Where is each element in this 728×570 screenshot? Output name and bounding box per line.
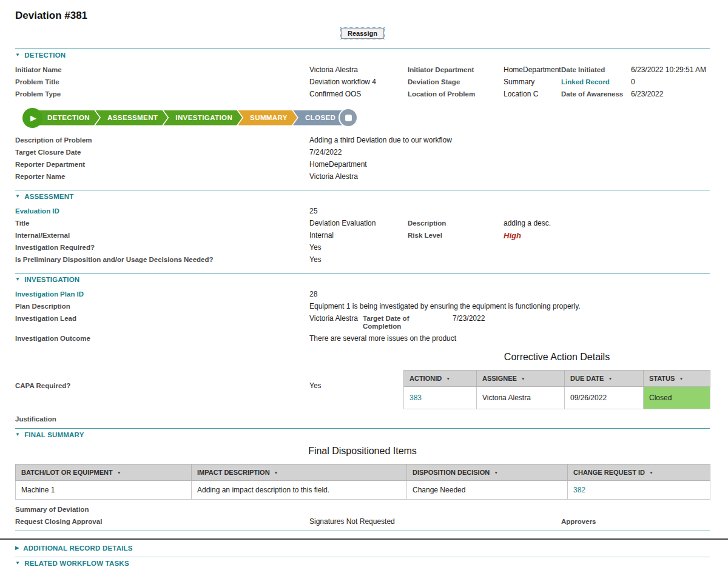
page-title: Deviation #381 xyxy=(15,10,710,22)
capa-required-value: Yes xyxy=(309,382,403,390)
investigation-plan-id-link[interactable]: Investigation Plan ID xyxy=(15,290,309,298)
corrective-action-title: Corrective Action Details xyxy=(403,352,710,363)
workflow-start-icon: ▶ xyxy=(22,108,42,128)
workflow-stop-icon xyxy=(339,108,358,127)
plan-description-label: Plan Description xyxy=(15,303,309,310)
column-header-change-request-id[interactable]: CHANGE REQUEST ID▼ xyxy=(568,464,710,481)
target-closure-date-label: Target Closure Date xyxy=(15,149,309,156)
location-of-problem-value: Location C xyxy=(504,90,561,98)
column-header-assignee[interactable]: ASSIGNEE▼ xyxy=(477,370,565,387)
table-header-row: ACTIONID▼ ASSIGNEE▼ DUE DATE▼ STATUS▼ xyxy=(404,370,710,387)
detection-fields: Initiator Name Victoria Alestra Initiato… xyxy=(15,66,710,102)
cell-change-request-id-link[interactable]: 382 xyxy=(568,481,710,500)
table-header-row: BATCH/LOT OR EQUIPMENT▼ IMPACT DESCRIPTI… xyxy=(16,464,710,481)
target-date-completion-value: 7/23/2022 xyxy=(453,315,710,330)
column-header-status[interactable]: STATUS▼ xyxy=(644,370,710,387)
workflow-stage-investigation: INVESTIGATION xyxy=(163,110,242,126)
field-row: Evaluation ID 25 xyxy=(15,207,710,220)
investigation-required-value: Yes xyxy=(309,244,710,252)
sort-arrow-icon: ▼ xyxy=(679,377,683,381)
field-row: Plan Description Equipment 1 is being in… xyxy=(15,303,710,315)
approvers-label: Approvers xyxy=(561,518,710,526)
toolbar: Reassign xyxy=(15,28,710,39)
section-investigation-label: INVESTIGATION xyxy=(24,276,79,283)
section-header-detection[interactable]: ▼ DETECTION xyxy=(15,52,710,59)
preliminary-disposition-value: Yes xyxy=(309,256,710,264)
capa-area: CAPA Required? Yes Corrective Action Det… xyxy=(15,349,710,409)
description-of-problem-value: Adding a third Deviation due to our work… xyxy=(309,136,710,144)
collapse-collapsed-icon: ▶ xyxy=(15,546,19,551)
problem-title-value: Deviation workflow 4 xyxy=(309,78,408,86)
evaluation-id-link[interactable]: Evaluation ID xyxy=(15,207,309,215)
table-row: Machine 1 Adding an impact description t… xyxy=(16,481,710,500)
cell-status-badge: Closed xyxy=(644,387,710,409)
final-dispositioned-items-title: Final Dispositioned Items xyxy=(15,446,710,457)
preliminary-disposition-label: Is Preliminary Disposition and/or Usage … xyxy=(15,256,309,264)
collapse-expanded-icon: ▼ xyxy=(15,432,20,437)
section-detection-label: DETECTION xyxy=(24,52,66,59)
assessment-fields: Evaluation ID 25 Title Deviation Evaluat… xyxy=(15,207,710,268)
section-header-related-workflow-tasks[interactable]: ▼ RELATED WORKFLOW TASKS xyxy=(15,560,710,567)
capa-required-label: CAPA Required? xyxy=(15,382,309,390)
section-header-final-summary[interactable]: ▼ FINAL SUMMARY xyxy=(15,431,710,438)
plan-description-value: Equipment 1 is being investigated by ens… xyxy=(309,303,710,310)
section-divider xyxy=(15,557,710,557)
section-header-additional-record-details[interactable]: ▶ ADDITIONAL RECORD DETAILS xyxy=(15,545,710,552)
deviation-record-page: Deviation #381 Reassign ▼ DETECTION Init… xyxy=(0,0,728,570)
linked-record-link[interactable]: Linked Record xyxy=(561,78,631,86)
cell-action-id-link[interactable]: 383 xyxy=(404,387,477,409)
collapse-expanded-icon: ▼ xyxy=(15,561,20,566)
field-row: Problem Type Confirmed OOS Location of P… xyxy=(15,90,710,102)
date-initiated-label: Date Initiated xyxy=(561,66,631,74)
description-of-problem-label: Description of Problem xyxy=(15,136,309,144)
problem-type-value: Confirmed OOS xyxy=(309,90,408,98)
section-additional-record-details-label: ADDITIONAL RECORD DETAILS xyxy=(23,545,132,552)
column-header-due-date[interactable]: DUE DATE▼ xyxy=(565,370,644,387)
evaluation-title-label: Title xyxy=(15,220,309,227)
investigation-outcome-label: Investigation Outcome xyxy=(15,335,309,343)
workflow-stage-summary: SUMMARY xyxy=(238,110,297,126)
field-row: Request Closing Approval Signatures Not … xyxy=(15,518,710,526)
investigation-lead-value: Victoria Alestra xyxy=(309,315,363,330)
investigation-lead-label: Investigation Lead xyxy=(15,315,309,330)
risk-level-label: Risk Level xyxy=(408,232,504,240)
field-row: Investigation Plan ID 28 xyxy=(15,290,710,303)
reassign-button[interactable]: Reassign xyxy=(341,28,384,39)
field-row: Reporter Department HomeDepartment xyxy=(15,161,710,173)
cell-due-date: 09/26/2022 xyxy=(565,387,644,409)
risk-level-value: High xyxy=(504,232,710,240)
reporter-name-value: Victoria Alestra xyxy=(309,173,710,181)
field-row: Investigation Outcome There are several … xyxy=(15,335,710,347)
location-of-problem-label: Location of Problem xyxy=(408,90,504,98)
investigation-required-label: Investigation Required? xyxy=(15,244,309,252)
field-row: Internal/External Internal Risk Level Hi… xyxy=(15,232,710,244)
section-divider xyxy=(15,531,710,531)
evaluation-title-value: Deviation Evaluation xyxy=(309,220,408,227)
cell-disposition-decision: Change Needed xyxy=(407,481,568,500)
play-icon: ▶ xyxy=(30,113,36,122)
field-row: CAPA Required? Yes xyxy=(15,382,403,390)
table-row: 383 Victoria Alestra 09/26/2022 Closed xyxy=(404,387,710,409)
section-final-summary-label: FINAL SUMMARY xyxy=(24,431,84,438)
problem-title-label: Problem Title xyxy=(15,78,309,86)
linked-record-value: 0 xyxy=(631,78,710,86)
field-row: Investigation Lead Victoria Alestra Targ… xyxy=(15,315,710,335)
column-header-actionid[interactable]: ACTIONID▼ xyxy=(404,370,477,387)
internal-external-value: Internal xyxy=(309,232,408,240)
section-divider xyxy=(15,273,710,273)
column-header-impact-description[interactable]: IMPACT DESCRIPTION▼ xyxy=(192,464,407,481)
initiator-department-value: HomeDepartment xyxy=(504,66,561,74)
column-header-disposition-decision[interactable]: DISPOSITION DECISION▼ xyxy=(407,464,568,481)
sort-arrow-icon: ▼ xyxy=(608,377,612,381)
sort-arrow-icon: ▼ xyxy=(494,471,498,475)
section-related-workflow-tasks-label: RELATED WORKFLOW TASKS xyxy=(24,560,129,567)
cell-batch-lot: Machine 1 xyxy=(16,481,192,500)
target-date-completion-label: Target Date of Completion xyxy=(363,315,453,330)
section-header-assessment[interactable]: ▼ ASSESSMENT xyxy=(15,193,710,200)
reporter-department-label: Reporter Department xyxy=(15,161,309,169)
column-header-batch-lot[interactable]: BATCH/LOT OR EQUIPMENT▼ xyxy=(16,464,192,481)
section-header-investigation[interactable]: ▼ INVESTIGATION xyxy=(15,276,710,283)
justification-label: Justification xyxy=(15,415,309,423)
date-initiated-value: 6/23/2022 10:29:51 AM xyxy=(631,66,710,74)
evaluation-id-value: 25 xyxy=(309,207,710,215)
